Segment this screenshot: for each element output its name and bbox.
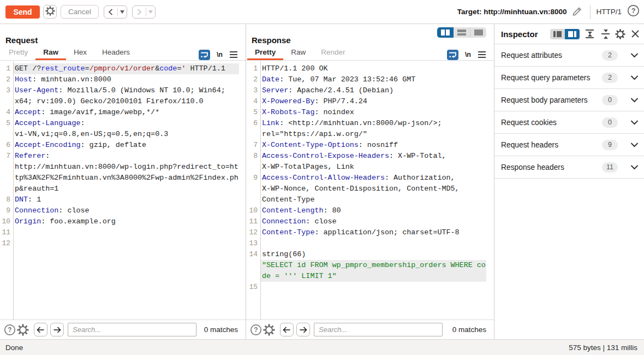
line-text: DNT: 1 bbox=[13, 194, 41, 205]
code-line: 4Accept: image/avif,image/webp,*/* bbox=[0, 107, 246, 118]
search-help-icon[interactable]: ? bbox=[4, 324, 16, 336]
line-number: 1 bbox=[246, 63, 260, 74]
search-settings-icon[interactable] bbox=[263, 324, 275, 336]
svg-text:?: ? bbox=[254, 326, 258, 334]
code-line: 3Server: Apache/2.4.51 (Debian) bbox=[246, 85, 494, 96]
line-text: X-Powered-By: PHP/7.4.24 bbox=[260, 96, 367, 107]
response-panel-title: Response bbox=[252, 36, 291, 45]
back-arrow-icon bbox=[104, 6, 117, 18]
line-number bbox=[246, 194, 260, 205]
line-number: 10 bbox=[246, 205, 260, 216]
target-url: Target: http://minhtuan.vn:8000 bbox=[457, 8, 567, 16]
forward-button[interactable] bbox=[132, 5, 156, 19]
line-number: 8 bbox=[246, 151, 260, 162]
search-settings-icon[interactable] bbox=[17, 324, 29, 336]
layout-toggle bbox=[437, 27, 486, 38]
line-number: 13 bbox=[246, 238, 260, 249]
line-number: 3 bbox=[246, 85, 260, 96]
newline-toggle[interactable]: \n bbox=[217, 51, 223, 58]
line-number: 6 bbox=[0, 140, 13, 151]
inspector-item-request-attributes[interactable]: Request attributes2 bbox=[494, 44, 644, 67]
line-number: 15 bbox=[246, 282, 260, 293]
search-help-icon[interactable]: ? bbox=[250, 324, 262, 336]
search-input[interactable] bbox=[68, 323, 196, 336]
inspector-settings-button[interactable] bbox=[615, 29, 625, 39]
code-line: X-WP-TotalPages, Link bbox=[246, 162, 494, 173]
inspector-panel: Inspector bbox=[494, 24, 644, 339]
layout-rows-button[interactable] bbox=[454, 27, 470, 38]
code-line: Content-Type bbox=[246, 194, 494, 205]
tab-raw[interactable]: Raw bbox=[283, 44, 313, 60]
cancel-button[interactable]: Cancel bbox=[61, 5, 99, 19]
chevron-down-icon[interactable] bbox=[630, 163, 639, 171]
forward-dropdown-icon[interactable] bbox=[146, 6, 155, 18]
word-wrap-button[interactable] bbox=[199, 50, 210, 60]
search-input[interactable] bbox=[314, 323, 443, 336]
line-text: Accept: image/avif,image/webp,*/* bbox=[13, 107, 159, 118]
line-number: 8 bbox=[0, 194, 13, 205]
word-wrap-button[interactable] bbox=[447, 50, 458, 60]
line-text: Link: <http://minhtuan.vn:8000/wp-json/>… bbox=[260, 118, 442, 129]
tab-raw[interactable]: Raw bbox=[35, 44, 66, 60]
send-settings-button[interactable] bbox=[43, 5, 57, 19]
inspector-close-button[interactable] bbox=[631, 29, 640, 38]
status-bar: Done 575 bytes | 131 millis bbox=[0, 339, 644, 355]
edit-target-button[interactable] bbox=[571, 4, 584, 20]
svg-text:?: ? bbox=[8, 326, 11, 334]
status-right: 575 bytes | 131 millis bbox=[569, 344, 637, 352]
search-prev-button[interactable] bbox=[34, 323, 47, 336]
line-text: Access-Control-Expose-Headers: X-WP-Tota… bbox=[260, 151, 446, 162]
line-number bbox=[246, 260, 260, 271]
tab-headers[interactable]: Headers bbox=[94, 44, 138, 60]
expand-all-button[interactable] bbox=[585, 29, 594, 39]
line-text: Content-Type: application/json; charset=… bbox=[260, 227, 460, 238]
tab-render[interactable]: Render bbox=[313, 44, 353, 60]
line-text: http://minhtuan.vn:8000/wp-login.php?red… bbox=[13, 162, 238, 173]
tab-pretty[interactable]: Pretty bbox=[1, 44, 35, 60]
line-text bbox=[260, 282, 262, 293]
inspector-dock-left-button[interactable] bbox=[550, 29, 565, 39]
send-button[interactable]: Send bbox=[5, 5, 40, 19]
inspector-item-request-query-parameters[interactable]: Request query parameters2 bbox=[494, 67, 644, 89]
inspector-dock-right-button[interactable] bbox=[565, 29, 580, 39]
code-line: 11 bbox=[0, 227, 246, 238]
inspector-item-response-headers[interactable]: Response headers11 bbox=[494, 156, 644, 179]
inspector-item-request-cookies[interactable]: Request cookies0 bbox=[494, 111, 644, 134]
newline-toggle[interactable]: \n bbox=[465, 51, 471, 58]
tab-pretty[interactable]: Pretty bbox=[247, 44, 283, 60]
search-next-button[interactable] bbox=[296, 323, 310, 336]
layout-single-button[interactable] bbox=[470, 27, 486, 38]
help-button[interactable]: ? bbox=[627, 4, 640, 19]
response-panel: Response PrettyRawRender \n 1HTTP/1.1 20… bbox=[246, 24, 494, 339]
chevron-down-icon[interactable] bbox=[630, 119, 639, 126]
protocol-selector[interactable]: HTTP/1 bbox=[596, 8, 622, 16]
tab-hex[interactable]: Hex bbox=[66, 44, 94, 60]
response-editor[interactable]: 1HTTP/1.1 200 OK2Date: Tue, 07 Mar 2023 … bbox=[246, 61, 494, 319]
line-number: 10 bbox=[0, 216, 13, 227]
code-line: p&reauth=1 bbox=[0, 184, 246, 194]
inspector-item-request-body-parameters[interactable]: Request body parameters0 bbox=[494, 89, 644, 111]
back-button[interactable] bbox=[104, 5, 127, 19]
inspector-item-label: Request headers bbox=[501, 141, 558, 149]
pencil-icon bbox=[571, 4, 584, 20]
inspector-item-request-headers[interactable]: Request headers9 bbox=[494, 134, 644, 156]
layout-columns-button[interactable] bbox=[437, 27, 454, 38]
line-text: X-Content-Type-Options: nosniff bbox=[260, 140, 398, 151]
line-text: x64; rv:109.0) Gecko/20100101 Firefox/11… bbox=[13, 96, 204, 107]
editor-menu-icon[interactable] bbox=[230, 51, 237, 58]
code-line: 14string(66) bbox=[246, 249, 494, 260]
search-next-button[interactable] bbox=[50, 323, 64, 336]
editor-menu-icon[interactable] bbox=[478, 51, 486, 58]
chevron-down-icon[interactable] bbox=[630, 96, 639, 104]
request-search-bar: ? bbox=[0, 319, 246, 339]
chevron-down-icon[interactable] bbox=[630, 74, 639, 81]
back-dropdown-icon[interactable] bbox=[118, 6, 127, 18]
code-line: vi-VN,vi;q=0.8,en-US;q=0.5,en;q=0.3 bbox=[0, 129, 246, 140]
collapse-all-button[interactable] bbox=[601, 29, 610, 39]
chevron-down-icon[interactable] bbox=[630, 141, 639, 149]
chevron-down-icon[interactable] bbox=[630, 51, 639, 59]
request-editor[interactable]: 1GET /?rest_route=/pmpro/v1/order&code='… bbox=[0, 61, 246, 319]
code-line: 7Referer: bbox=[0, 151, 246, 162]
code-line: 12Content-Type: application/json; charse… bbox=[246, 227, 494, 238]
search-prev-button[interactable] bbox=[280, 323, 294, 336]
